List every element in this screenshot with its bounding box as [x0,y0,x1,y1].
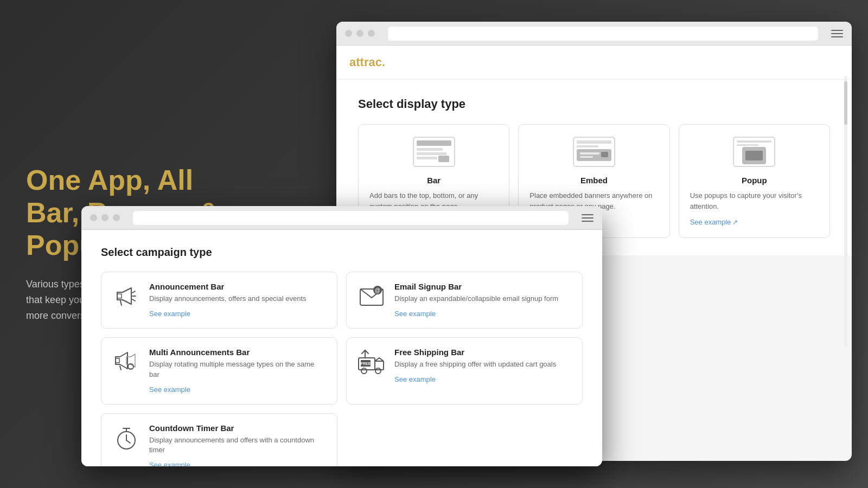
countdown-timer-bar-desc: Display announcements and offers with a … [149,435,326,456]
dot-red [345,30,352,37]
free-shipping-bar-example-link[interactable]: See example [394,375,436,383]
svg-line-22 [132,299,135,301]
free-shipping-bar-title: Free Shipping Bar [394,348,556,357]
svg-rect-28 [116,358,119,363]
select-display-title: Select display type [358,97,830,111]
campaign-card-shipping[interactable]: FREE Free Shipping Bar Display a free sh… [346,337,583,404]
select-campaign-title: Select campaign type [101,246,583,259]
svg-text:FREE: FREE [361,362,371,365]
popup-icon [732,136,776,168]
front-dot-yellow [101,214,108,221]
svg-rect-2 [417,148,443,151]
scrollbar-thumb[interactable] [844,81,847,125]
svg-rect-12 [601,152,608,157]
display-card-popup[interactable]: Popup Use popups to capture your visitor… [679,124,830,238]
attrac-logo: attrac. [336,46,852,80]
back-browser-titlebar [336,22,852,46]
announcement-bar-title: Announcement Bar [149,282,307,291]
front-browser-titlebar [81,206,602,230]
free-shipping-bar-info: Free Shipping Bar Display a free shippin… [394,348,556,384]
url-bar[interactable] [388,27,818,41]
svg-rect-4 [417,157,437,159]
multi-announcements-bar-icon: ... [112,348,141,376]
logo-text: attrac [349,55,382,69]
embed-icon [572,136,616,168]
multi-announcements-bar-title: Multi Announcements Bar [149,348,326,357]
svg-rect-11 [580,156,593,158]
email-signup-bar-title: Email Signup Bar [394,282,558,291]
dot-yellow [356,30,363,37]
countdown-timer-bar-icon [112,423,141,452]
email-signup-bar-desc: Display an expandable/collapsible email … [394,294,558,304]
svg-marker-18 [117,288,131,304]
bar-icon [412,136,456,168]
svg-rect-1 [417,140,451,146]
external-link-icon: ↗ [732,219,738,226]
front-dot-green [113,214,120,221]
svg-rect-14 [737,140,771,143]
announcement-bar-icon [112,282,141,310]
multi-announcements-bar-example-link[interactable]: See example [149,386,190,394]
front-traffic-lights [90,214,120,221]
popup-card-title: Popup [690,176,819,185]
email-signup-bar-info: Email Signup Bar Display an expandable/c… [394,282,558,318]
svg-line-42 [126,440,130,443]
svg-rect-17 [745,151,763,160]
hamburger-menu[interactable] [831,30,843,37]
dot-green [368,30,375,37]
bar-card-title: Bar [369,176,498,185]
front-hamburger-menu[interactable] [582,214,593,222]
free-shipping-bar-icon: FREE [358,348,386,376]
free-shipping-bar-desc: Display a free shipping offer with updat… [394,359,556,370]
campaign-content: Select campaign type Announcement Bar [81,230,602,466]
multi-announcements-bar-info: Multi Announcements Bar Display rotating… [149,348,326,394]
front-browser-window: Select campaign type Announcement Bar [81,206,602,466]
svg-rect-15 [737,144,758,146]
svg-rect-3 [417,152,446,155]
email-signup-bar-example-link[interactable]: See example [394,310,436,318]
announcement-bar-info: Announcement Bar Display announcements, … [149,282,307,318]
multi-announcements-bar-desc: Display rotating multiple message types … [149,359,326,380]
svg-line-29 [120,366,121,370]
svg-rect-5 [438,156,449,162]
scrollbar-track[interactable] [844,76,847,347]
svg-rect-7 [577,140,611,144]
svg-text:@: @ [375,287,380,293]
countdown-timer-bar-example-link[interactable]: See example [149,461,190,466]
popup-see-example-link[interactable]: See example [690,218,731,226]
campaign-grid: Announcement Bar Display announcements, … [101,272,583,466]
logo-dot: . [382,55,385,69]
announcement-bar-example-link[interactable]: See example [149,310,190,318]
countdown-timer-bar-title: Countdown Timer Bar [149,423,326,433]
svg-rect-8 [577,145,598,147]
campaign-card-email[interactable]: @ Email Signup Bar Display an expandable… [346,272,583,329]
countdown-timer-bar-info: Countdown Timer Bar Display announcement… [149,423,326,466]
front-dot-red [90,214,97,221]
front-url-bar[interactable] [133,211,569,225]
svg-line-23 [120,301,122,305]
traffic-lights [345,30,375,37]
campaign-card-multi[interactable]: ... Multi Announcements Bar Display rota… [101,337,337,404]
svg-text:...: ... [129,365,132,369]
campaign-card-announcement[interactable]: Announcement Bar Display announcements, … [101,272,337,329]
svg-line-21 [132,291,135,293]
email-signup-bar-icon: @ [358,282,386,310]
svg-rect-10 [580,152,599,155]
svg-point-36 [375,368,381,374]
svg-point-35 [361,368,367,374]
svg-rect-19 [117,294,122,298]
campaign-card-countdown[interactable]: Countdown Timer Bar Display announcement… [101,413,337,466]
popup-card-desc: Use popups to capture your visitor's att… [690,190,819,211]
embed-card-title: Embed [529,176,658,185]
announcement-bar-desc: Display announcements, offers and specia… [149,294,307,304]
svg-marker-27 [116,352,127,369]
